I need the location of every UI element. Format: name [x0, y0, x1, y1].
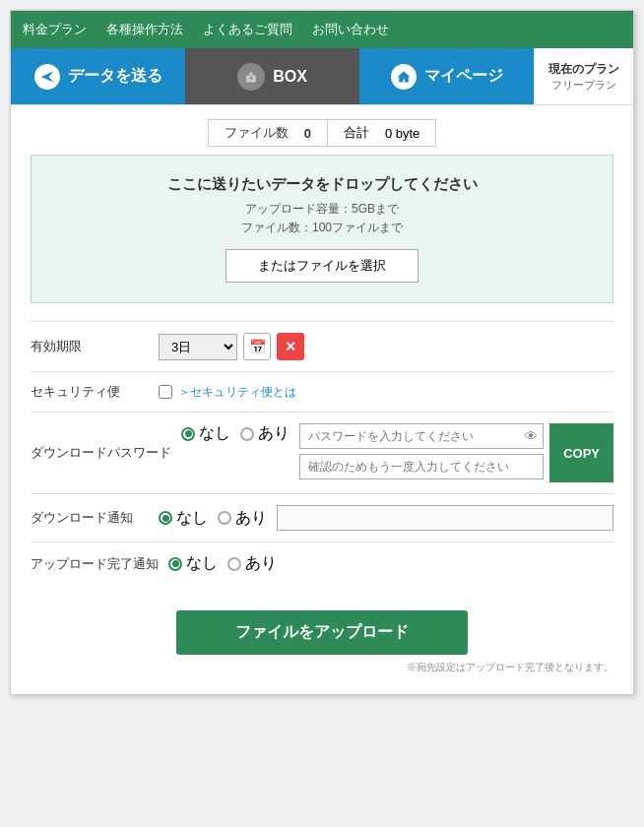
drop-zone-text: ここに送りたいデータをドロップしてください: [51, 175, 593, 194]
password-radio-none[interactable]: [181, 427, 195, 441]
security-row: セキュリティ便 ＞セキュリティ便とは: [31, 371, 613, 412]
nav-item-contact[interactable]: お問い合わせ: [312, 21, 389, 38]
drop-zone-info1: アップロード容量：5GBまで: [51, 200, 593, 219]
file-total-value: 0 byte: [385, 126, 419, 141]
send-icon: [34, 64, 60, 90]
password-radio-yes[interactable]: [240, 427, 254, 441]
file-count-row: ファイル数 0 合計 0 byte: [31, 119, 613, 147]
security-checkbox[interactable]: [159, 385, 172, 399]
complete-radio-yes[interactable]: [227, 557, 241, 571]
nav-item-howto[interactable]: 各種操作方法: [106, 21, 183, 38]
expiry-label: 有効期限: [31, 338, 149, 355]
file-total-label: 合計: [344, 124, 369, 142]
current-plan: 現在のプラン フリープラン: [534, 48, 633, 104]
complete-yes-label: あり: [245, 553, 277, 574]
upload-complete-controls: なし あり: [168, 553, 613, 574]
file-count-label: ファイル数: [225, 124, 289, 142]
password-confirm-input[interactable]: [299, 454, 544, 479]
password-input-wrap: 👁: [299, 423, 544, 449]
upload-note: ※宛先設定はアップロード完了後となります。: [31, 661, 613, 674]
plan-subtitle: フリープラン: [551, 78, 616, 93]
upload-btn-wrap: ファイルをアップロード ※宛先設定はアップロード完了後となります。: [31, 601, 613, 674]
box-icon: [237, 63, 265, 91]
password-none-label: なし: [199, 423, 230, 444]
download-notify-controls: なし あり: [159, 505, 613, 531]
expiry-select[interactable]: 1日 2日 3日 5日 7日 14日 30日: [159, 334, 237, 360]
notify-radio-none-group: なし: [159, 508, 208, 529]
app-window: 料金プラン 各種操作方法 よくあるご質問 お問い合わせ データを送る BOX マ…: [10, 10, 634, 695]
password-radio-none-group: なし: [181, 423, 230, 444]
complete-radio-none-group: なし: [168, 553, 218, 574]
calendar-button[interactable]: 📅: [243, 333, 271, 360]
main-content: ファイル数 0 合計 0 byte ここに送りたいデータをドロップしてください …: [11, 105, 633, 694]
drop-zone-info2: ファイル数：100ファイルまで: [51, 219, 593, 237]
security-label: セキュリティ便: [31, 383, 149, 401]
complete-radio-none[interactable]: [168, 557, 182, 571]
password-area: 👁: [299, 423, 544, 479]
password-row-inner: なし あり 👁 COPY: [181, 423, 613, 482]
clear-button[interactable]: ✕: [277, 333, 304, 360]
file-total-box: 合計 0 byte: [328, 119, 436, 147]
nav-item-faq[interactable]: よくあるご質問: [203, 21, 292, 38]
security-link[interactable]: ＞セキュリティ便とは: [178, 384, 296, 401]
copy-button[interactable]: COPY: [549, 423, 613, 482]
notify-radio-yes-group: あり: [218, 508, 267, 529]
file-count-value: 0: [304, 126, 311, 141]
close-icon: ✕: [285, 339, 296, 354]
password-confirm-wrap: [299, 454, 544, 479]
expiry-controls: 1日 2日 3日 5日 7日 14日 30日 📅 ✕: [159, 333, 613, 360]
upload-button[interactable]: ファイルをアップロード: [176, 610, 468, 655]
home-icon: [391, 64, 417, 90]
complete-none-label: なし: [186, 553, 218, 574]
download-notify-row: ダウンロード通知 なし あり: [31, 493, 613, 541]
complete-radio-yes-group: あり: [227, 553, 277, 574]
expiry-row: 有効期限 1日 2日 3日 5日 7日 14日 30日 📅 ✕: [31, 321, 613, 371]
svg-rect-1: [250, 77, 253, 79]
header-row: データを送る BOX マイページ 現在のプラン フリープラン: [11, 48, 633, 105]
upload-complete-label: アップロード完了通知: [31, 555, 159, 573]
send-data-button[interactable]: データを送る: [11, 48, 185, 104]
drop-zone[interactable]: ここに送りたいデータをドロップしてください アップロード容量：5GBまで ファイ…: [31, 155, 613, 303]
notify-radio-none[interactable]: [159, 511, 172, 525]
calendar-icon: 📅: [249, 339, 266, 354]
notify-radio-yes[interactable]: [218, 511, 231, 525]
password-row: ダウンロードパスワード なし あり 👁: [31, 412, 613, 493]
plan-title: 現在のプラン: [548, 61, 619, 78]
mypage-button[interactable]: マイページ: [359, 48, 534, 104]
file-count-box: ファイル数 0: [208, 119, 328, 147]
nav-item-pricing[interactable]: 料金プラン: [23, 21, 87, 38]
eye-icon[interactable]: 👁: [524, 428, 538, 444]
upload-complete-row: アップロード完了通知 なし あり: [31, 541, 613, 585]
box-button[interactable]: BOX: [185, 48, 359, 104]
password-radio-yes-group: あり: [240, 423, 290, 444]
notify-none-label: なし: [176, 508, 208, 529]
notify-yes-label: あり: [235, 508, 267, 529]
top-nav: 料金プラン 各種操作方法 よくあるご質問 お問い合わせ: [11, 11, 633, 48]
security-controls: ＞セキュリティ便とは: [159, 384, 613, 401]
download-notify-label: ダウンロード通知: [31, 509, 149, 527]
password-yes-label: あり: [258, 423, 290, 444]
select-file-button[interactable]: またはファイルを選択: [225, 249, 419, 283]
password-input[interactable]: [299, 423, 544, 449]
notification-email-input[interactable]: [277, 505, 613, 531]
password-label: ダウンロードパスワード: [31, 444, 171, 462]
